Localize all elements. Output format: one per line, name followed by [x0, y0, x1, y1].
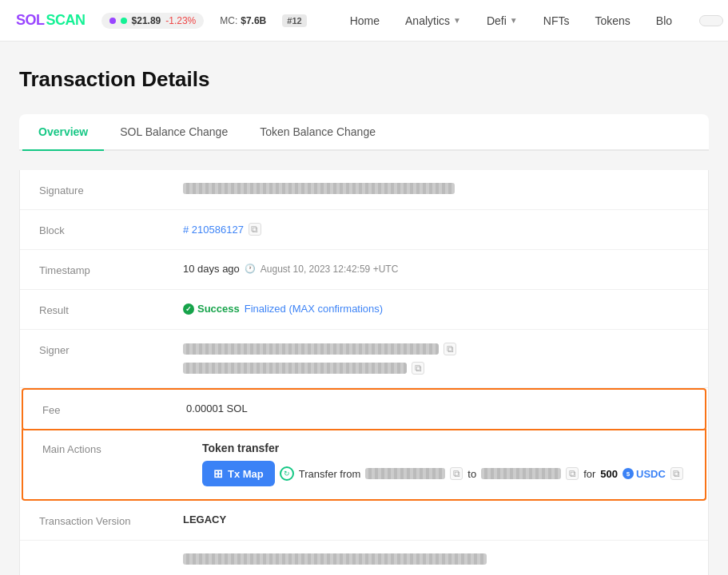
success-dot-icon: ✓ [183, 303, 194, 315]
block-label: Block [39, 223, 183, 236]
timestamp-detail: August 10, 2023 12:42:59 +UTC [261, 264, 398, 275]
finalized-badge: Finalized (MAX confirmations) [245, 303, 383, 315]
tab-overview[interactable]: Overview [22, 114, 104, 151]
signer-label: Signer [39, 343, 183, 356]
block-row: Block # 210586127 ⧉ [20, 210, 708, 250]
analytics-chevron-icon: ▼ [453, 16, 461, 25]
timestamp-label: Timestamp [39, 263, 183, 276]
success-text: Success [197, 303, 240, 315]
logo[interactable]: SOLSCAN [16, 12, 86, 29]
tab-token-balance-change[interactable]: Token Balance Change [244, 114, 392, 151]
search-input[interactable] [699, 15, 723, 26]
copy-signer2-icon[interactable]: ⧉ [412, 362, 424, 375]
nav-nfts[interactable]: NFTs [532, 10, 581, 32]
fee-label: Fee [42, 402, 186, 416]
mc-label: MC: [220, 15, 237, 26]
tx-version-label: Transaction Version [39, 514, 183, 527]
result-row: Result ✓ Success Finalized (MAX confirma… [20, 290, 708, 330]
copy-to-icon[interactable]: ⧉ [566, 467, 579, 480]
result-label: Result [39, 303, 183, 316]
main-actions-label: Main Actions [42, 442, 186, 455]
main-actions-value: Token transfer ⊞ Tx Map ↻ Transfer from … [202, 442, 686, 486]
tab-sol-balance-change[interactable]: SOL Balance Change [104, 114, 244, 151]
nav-blo[interactable]: Blo [645, 10, 683, 32]
redacted-bar [183, 553, 487, 565]
nav-home[interactable]: Home [339, 10, 391, 32]
transfer-from-label: Transfer from [299, 468, 361, 480]
signer-redacted-2 [183, 363, 407, 374]
transfer-spin-icon: ↻ [280, 466, 294, 481]
navbar: SOLSCAN $21.89 -1.23% MC: $7.6B #12 Home… [0, 0, 728, 42]
signer-value: ⧉ ⧉ [183, 343, 689, 375]
main-content: Transaction Details Overview SOL Balance… [0, 42, 728, 575]
price-dot2-icon [121, 18, 127, 24]
signer-line1: ⧉ [183, 343, 456, 355]
copy-from-icon[interactable]: ⧉ [450, 467, 463, 480]
block-value: # 210586127 ⧉ [183, 223, 689, 236]
clock-icon: 🕐 [245, 264, 256, 274]
signer-line2: ⧉ [183, 362, 424, 375]
signature-value [183, 183, 689, 194]
result-value: ✓ Success Finalized (MAX confirmations) [183, 303, 689, 315]
tx-version-value: LEGACY [183, 514, 689, 525]
price-dot1-icon [109, 18, 116, 24]
transfer-from-redacted [365, 468, 445, 479]
timestamp-row: Timestamp 10 days ago 🕐 August 10, 2023 … [20, 250, 708, 290]
market-cap-badge: MC: $7.6B [220, 15, 266, 26]
transfer-amount: 500 [600, 468, 618, 480]
redacted-value [183, 553, 689, 565]
tx-version-row: Transaction Version LEGACY [20, 501, 708, 541]
copy-signer1-icon[interactable]: ⧉ [444, 343, 456, 355]
tab-bar: Overview SOL Balance Change Token Balanc… [19, 114, 709, 151]
nav-defi[interactable]: Defi ▼ [475, 10, 529, 32]
timestamp-value: 10 days ago 🕐 August 10, 2023 12:42:59 +… [183, 263, 689, 275]
signature-redacted [183, 183, 455, 194]
signer-row: Signer ⧉ ⧉ [20, 330, 708, 388]
main-actions-row: Main Actions Token transfer ⊞ Tx Map ↻ T… [22, 429, 706, 501]
signature-label: Signature [39, 183, 183, 196]
timestamp-ago: 10 days ago [183, 263, 240, 275]
price-change: -1.23% [165, 15, 196, 26]
transfer-line: ⊞ Tx Map ↻ Transfer from ⧉ to ⧉ for 500 [202, 461, 683, 486]
copy-usdc-icon[interactable]: ⧉ [670, 467, 683, 480]
price-value: $21.89 [132, 15, 161, 26]
transfer-title: Token transfer [202, 442, 683, 454]
logo-scan: SCAN [46, 12, 86, 29]
redacted-row [20, 541, 708, 575]
usdc-icon: $ [623, 468, 634, 479]
usdc-label: USDC [636, 468, 666, 480]
page-title: Transaction Details [19, 67, 709, 92]
success-badge: ✓ Success [183, 303, 240, 315]
nav-links: Home Analytics ▼ Defi ▼ NFTs Tokens Blo [339, 10, 683, 32]
details-card: Signature Block # 210586127 ⧉ Timestamp … [19, 170, 709, 575]
block-link[interactable]: # 210586127 [183, 224, 244, 236]
rank-badge: #12 [282, 14, 306, 27]
nav-analytics[interactable]: Analytics ▼ [394, 10, 472, 32]
copy-block-icon[interactable]: ⧉ [249, 223, 261, 236]
tx-map-icon: ⊞ [213, 467, 223, 480]
transfer-for-label: for [583, 468, 595, 480]
mc-value: $7.6B [241, 15, 266, 26]
signer-redacted-1 [183, 343, 439, 355]
defi-chevron-icon: ▼ [510, 16, 518, 25]
fee-value: 0.00001 SOL [186, 402, 686, 414]
transfer-to-label: to [467, 468, 476, 480]
transfer-section: Token transfer ⊞ Tx Map ↻ Transfer from … [202, 442, 683, 486]
usdc-badge: $ USDC [623, 468, 666, 480]
signature-row: Signature [20, 170, 708, 210]
tx-map-button[interactable]: ⊞ Tx Map [202, 461, 275, 486]
nav-tokens[interactable]: Tokens [583, 10, 641, 32]
fee-row: Fee 0.00001 SOL [22, 388, 706, 430]
redacted-label [39, 553, 183, 555]
logo-sol: SOL [16, 12, 45, 29]
transfer-to-redacted [481, 468, 561, 479]
price-badge: $21.89 -1.23% [101, 13, 205, 29]
